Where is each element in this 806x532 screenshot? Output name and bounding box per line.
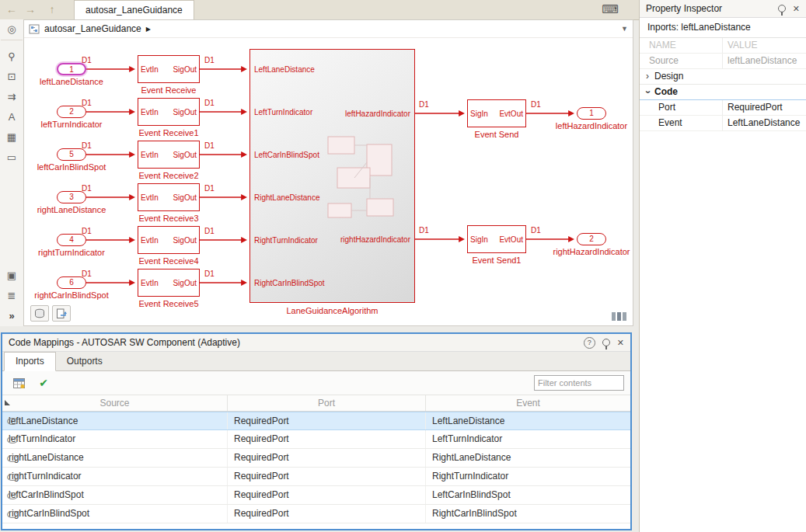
inport-icon: [7, 436, 18, 443]
cell-source: leftCarInBlindSpot: [2, 486, 228, 504]
evtout-port-label: EvtOut: [499, 235, 523, 244]
block-name: LaneGuidanceAlgorithm: [249, 306, 415, 315]
event-receive-block[interactable]: EvtIn SigOut: [138, 55, 200, 83]
close-icon[interactable]: ✕: [617, 338, 624, 348]
table-row[interactable]: leftLaneDistance RequiredPort LeftLaneDi…: [2, 412, 630, 430]
table-row[interactable]: rightCarInBlindSpot RequiredPort RightCa…: [2, 505, 630, 523]
section-label: Design: [654, 69, 683, 84]
keyboard-icon[interactable]: ⌨: [602, 2, 619, 16]
inport-label: rightCarInBlindSpot: [5, 290, 138, 300]
cell-port[interactable]: RequiredPort: [228, 430, 426, 448]
help-icon[interactable]: ?: [584, 337, 595, 349]
table-row[interactable]: rightLaneDistance RequiredPort RightLane…: [2, 449, 630, 468]
cell-port[interactable]: RequiredPort: [228, 486, 426, 504]
model-tab[interactable]: autosar_LaneGuidance: [74, 0, 194, 19]
algo-output-label: rightHazardIndicator: [340, 235, 410, 244]
previous-view-icon[interactable]: ◎: [1, 19, 23, 40]
cell-event[interactable]: RightTurnIndicator: [426, 468, 630, 485]
expand-toolstrip-icon[interactable]: »: [1, 306, 23, 326]
filter-input[interactable]: [534, 375, 624, 391]
event-send-block[interactable]: SigIn EvtOut: [467, 99, 526, 127]
forward-icon[interactable]: →: [22, 2, 39, 17]
event-receive-block[interactable]: EvtIn SigOut: [138, 98, 200, 126]
diagram-area[interactable]: 1 leftLaneDistance D1 EvtIn SigOut Event…: [24, 20, 633, 325]
inport-block[interactable]: 6: [57, 276, 86, 289]
validate-icon[interactable]: ✔: [33, 374, 54, 392]
evtin-port-label: EvtIn: [141, 151, 159, 159]
section-design[interactable]: › Design: [640, 69, 806, 85]
event-receive-block[interactable]: EvtIn SigOut: [138, 141, 200, 169]
sort-corner-icon[interactable]: [5, 400, 10, 405]
cell-event[interactable]: LeftLaneDistance: [426, 412, 630, 429]
image-icon[interactable]: ▦: [1, 127, 23, 148]
breadcrumb-model-name[interactable]: autosar_LaneGuidance: [44, 23, 141, 34]
event-receive-block[interactable]: EvtIn SigOut: [138, 183, 200, 211]
up-icon[interactable]: ↑: [44, 2, 61, 17]
port-number: 5: [69, 150, 74, 158]
section-code[interactable]: › Code: [640, 85, 806, 100]
signal-routing-icon[interactable]: ⇉: [1, 87, 23, 107]
column-header-source[interactable]: Source: [2, 395, 228, 411]
column-header-event[interactable]: Event: [426, 395, 630, 411]
signal-label: D1: [204, 227, 215, 235]
cell-event[interactable]: LeftTurnIndicator: [426, 430, 630, 448]
table-row[interactable]: leftTurnIndicator RequiredPort LeftTurnI…: [2, 430, 630, 449]
chevron-down-icon: ›: [640, 89, 655, 96]
cell-event[interactable]: LeftCarInBlindSpot: [426, 486, 630, 504]
outport-block[interactable]: 1: [577, 107, 606, 120]
address-dropdown-icon[interactable]: ▼: [621, 25, 628, 33]
column-header-port[interactable]: Port: [228, 395, 426, 411]
close-icon[interactable]: ✕: [793, 4, 800, 14]
cell-event[interactable]: RightCarInBlindSpot: [426, 505, 630, 523]
back-icon[interactable]: ←: [3, 2, 20, 17]
data-dictionary-icon[interactable]: [30, 305, 49, 322]
cell-port[interactable]: RequiredPort: [228, 468, 426, 485]
cell-port[interactable]: RequiredPort: [228, 412, 426, 429]
inport-block[interactable]: 1: [57, 63, 86, 75]
pin-icon[interactable]: [778, 5, 786, 12]
inport-block[interactable]: 5: [57, 148, 86, 161]
camera-icon[interactable]: ▣: [1, 266, 23, 286]
table-row[interactable]: leftCarInBlindSpot RequiredPort LeftCarI…: [2, 486, 630, 505]
pane-layout-icon[interactable]: [612, 312, 626, 321]
tab-outports[interactable]: Outports: [56, 353, 113, 370]
inport-block[interactable]: 4: [57, 234, 86, 246]
canvas-quick-buttons: [30, 305, 71, 322]
algo-input-label: LeftLaneDistance: [254, 65, 315, 74]
block-name: Event Receive3: [125, 214, 212, 223]
panel-title: Property Inspector: [646, 3, 722, 14]
sigin-port-label: SigIn: [470, 235, 488, 244]
outport-block[interactable]: 2: [577, 233, 606, 245]
zoom-icon[interactable]: ⚲: [1, 47, 23, 67]
inport-icon: [7, 492, 18, 499]
algo-input-label: LeftCarInBlindSpot: [254, 151, 319, 159]
subsystem-badge-icon[interactable]: [52, 305, 71, 322]
pin-icon[interactable]: [602, 339, 610, 346]
model-canvas[interactable]: autosar_LaneGuidance ▶ ▼: [23, 19, 633, 326]
inport-block[interactable]: 2: [57, 106, 86, 118]
inport-icon: [7, 418, 18, 425]
property-value: leftLaneDistance: [722, 54, 806, 68]
property-inspector-panel: Property Inspector ✕ Inports: leftLaneDi…: [639, 0, 806, 532]
inport-block[interactable]: 3: [57, 191, 86, 203]
table-header[interactable]: Source Port Event: [2, 395, 630, 412]
lane-guidance-algorithm-block[interactable]: LeftLaneDistance LeftTurnIndicator LeftC…: [249, 49, 415, 303]
signal-label: D1: [204, 141, 215, 150]
tab-inports[interactable]: Inports: [4, 352, 56, 371]
port-number: 2: [589, 235, 594, 243]
editor-palette: ◎ ⚲ ⊡ ⇉ A ▦ ▭ ▣ ≣ »: [0, 19, 24, 326]
update-mappings-icon[interactable]: [9, 374, 29, 392]
table-row[interactable]: rightTurnIndicator RequiredPort RightTur…: [2, 468, 630, 486]
cell-port[interactable]: RequiredPort: [228, 505, 426, 523]
block-name: Event Send: [455, 130, 539, 139]
inport-icon: [7, 455, 18, 462]
mapping-table: Source Port Event leftLaneDistance Requi…: [2, 395, 630, 529]
cell-event[interactable]: RightLaneDistance: [426, 449, 630, 467]
property-value[interactable]: LeftLaneDistance: [722, 116, 806, 130]
event-receive-block[interactable]: EvtIn SigOut: [138, 226, 200, 254]
cell-source: rightTurnIndicator: [2, 468, 228, 485]
event-receive-block[interactable]: EvtIn SigOut: [138, 269, 200, 297]
event-send-block[interactable]: SigIn EvtOut: [467, 225, 526, 253]
cell-port[interactable]: RequiredPort: [228, 449, 426, 467]
property-value[interactable]: RequiredPort: [722, 100, 806, 115]
